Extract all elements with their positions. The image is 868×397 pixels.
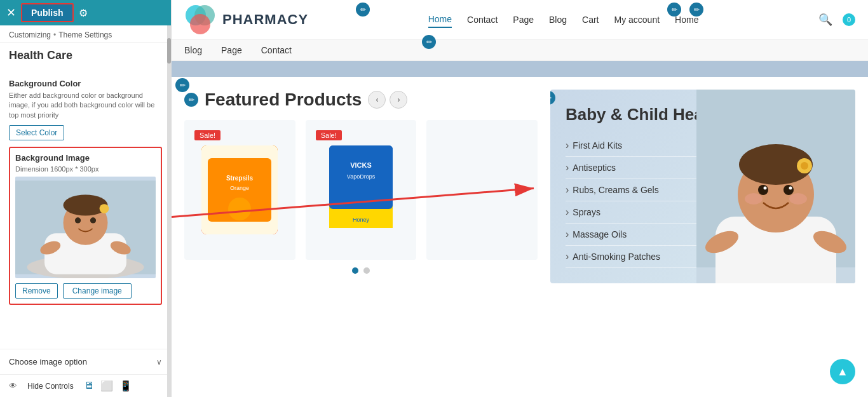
edit-icon-nav1[interactable]: ✏ bbox=[667, 3, 681, 17]
subnav-page[interactable]: Page bbox=[221, 45, 242, 55]
sale-badge-1: Sale! bbox=[194, 130, 220, 140]
product-card-3[interactable] bbox=[426, 120, 538, 260]
svg-text:Orange: Orange bbox=[230, 185, 249, 191]
svg-point-4 bbox=[64, 195, 108, 216]
panel-header: ✕ Publish ⚙ bbox=[0, 0, 171, 25]
image-actions: Remove Change image bbox=[15, 283, 156, 299]
site-subnav: Blog Page Contact bbox=[172, 40, 868, 61]
hide-controls-label: Hide Controls bbox=[27, 382, 74, 391]
svg-point-29 bbox=[783, 185, 794, 195]
nav-cart[interactable]: Cart bbox=[582, 12, 599, 27]
nav-blog[interactable]: Blog bbox=[549, 12, 567, 27]
view-icons: 🖥 ⬜ 📱 bbox=[84, 380, 132, 392]
baby-bg-image bbox=[696, 90, 855, 283]
edit-icon-title[interactable]: ✏ bbox=[184, 93, 198, 107]
svg-text:VICKS: VICKS bbox=[350, 161, 372, 169]
breadcrumb-part2: Theme Settings bbox=[58, 30, 112, 39]
svg-text:VapoDrops: VapoDrops bbox=[347, 173, 376, 180]
blue-banner bbox=[172, 61, 868, 77]
svg-point-32 bbox=[745, 193, 763, 205]
choose-image-label: Choose image option bbox=[9, 357, 87, 367]
bg-image-dimension: Dimension 1600px * 300px bbox=[15, 165, 156, 173]
publish-button[interactable]: Publish bbox=[21, 3, 74, 22]
bg-color-desc: Either add background color or backgroun… bbox=[9, 91, 162, 120]
logo-text: PHARMACY bbox=[222, 11, 308, 28]
baby-section: ✏ Baby & Child Health First Aid Kits Ant… bbox=[550, 90, 855, 283]
main-nav: Home Contact Page Blog Cart My account H… bbox=[308, 11, 818, 28]
subnav-contact[interactable]: Contact bbox=[261, 45, 292, 55]
pagination-dots bbox=[184, 267, 538, 274]
svg-point-30 bbox=[764, 187, 767, 190]
site-preview: ✏ ✏ ✏ ✏ PHARMACY Home Contact Page Blog … bbox=[172, 0, 868, 397]
site-header: ✏ ✏ ✏ ✏ PHARMACY Home Contact Page Blog … bbox=[172, 0, 868, 40]
logo-area: PHARMACY bbox=[184, 4, 308, 36]
logo-svg bbox=[184, 4, 216, 36]
nav-contact[interactable]: Contact bbox=[467, 12, 498, 27]
svg-point-5 bbox=[75, 218, 81, 224]
chevron-down-icon: ∨ bbox=[156, 358, 162, 367]
breadcrumb: Customizing • Theme Settings bbox=[0, 25, 171, 43]
nav-page[interactable]: Page bbox=[513, 12, 534, 27]
panel-title: Health Care bbox=[0, 43, 171, 66]
panel-header-left: ✕ Publish ⚙ bbox=[6, 3, 88, 22]
cart-badge[interactable]: 0 bbox=[843, 13, 855, 26]
search-icon[interactable]: 🔍 bbox=[818, 13, 832, 27]
product-card-1[interactable]: Sale! Strepsils Orange bbox=[184, 120, 295, 260]
svg-point-28 bbox=[758, 185, 768, 195]
edit-icon-featured[interactable]: ✏ bbox=[175, 78, 189, 92]
change-image-button[interactable]: Change image bbox=[63, 283, 132, 299]
dot-2[interactable] bbox=[363, 267, 370, 274]
panel-footer: 👁 Hide Controls 🖥 ⬜ 📱 bbox=[0, 374, 171, 397]
bg-color-label: Background Color bbox=[9, 79, 162, 88]
panel-body: Background Color Either add background c… bbox=[0, 66, 171, 345]
scroll-thumb bbox=[167, 38, 171, 64]
svg-point-12 bbox=[190, 14, 210, 34]
svg-text:Strepsils: Strepsils bbox=[226, 175, 254, 182]
scrollbar[interactable] bbox=[167, 25, 171, 397]
nav-right: 🔍 0 bbox=[818, 13, 855, 27]
subnav-blog[interactable]: Blog bbox=[184, 45, 202, 55]
products-grid: Sale! Strepsils Orange bbox=[184, 120, 538, 260]
eye-icon: 👁 bbox=[9, 381, 17, 391]
bg-image-label: Background Image bbox=[15, 153, 156, 163]
breadcrumb-separator: • bbox=[53, 30, 56, 39]
nav-home[interactable]: Home bbox=[428, 11, 452, 28]
prev-arrow[interactable]: ‹ bbox=[368, 91, 386, 109]
product-nav-arrows: ‹ › bbox=[368, 91, 407, 109]
svg-text:Honey: Honey bbox=[353, 217, 370, 223]
featured-title-row: ✏ Featured Products ‹ › bbox=[184, 90, 538, 110]
baby-section-image bbox=[696, 90, 855, 283]
site-main: ✏ ✏ Featured Products ‹ › Sale! bbox=[172, 77, 868, 296]
background-image-box: Background Image Dimension 1600px * 300p… bbox=[9, 147, 162, 305]
svg-point-31 bbox=[789, 187, 792, 190]
desktop-view-icon[interactable]: 🖥 bbox=[84, 380, 94, 392]
featured-section: ✏ Featured Products ‹ › Sale! bbox=[184, 90, 538, 283]
bg-image-preview bbox=[15, 177, 156, 278]
mobile-view-icon[interactable]: 📱 bbox=[119, 380, 132, 392]
strepsils-image: Strepsils Orange bbox=[201, 145, 278, 234]
sale-badge-2: Sale! bbox=[316, 130, 342, 140]
select-color-button[interactable]: Select Color bbox=[9, 125, 64, 140]
edit-icon-baby[interactable]: ✏ bbox=[550, 91, 555, 105]
nav-myaccount[interactable]: My account bbox=[614, 12, 660, 27]
baby-image-svg bbox=[15, 177, 156, 278]
product-card-2[interactable]: Sale! VICKS VapoDrops Honey bbox=[306, 120, 417, 260]
featured-title: Featured Products bbox=[205, 90, 362, 110]
scroll-top-button[interactable]: ▲ bbox=[830, 359, 855, 384]
choose-image-option[interactable]: Choose image option ∨ bbox=[0, 349, 171, 374]
edit-icon-subnav[interactable]: ✏ bbox=[422, 35, 436, 49]
close-button[interactable]: ✕ bbox=[6, 6, 16, 20]
breadcrumb-part1: Customizing bbox=[9, 30, 51, 39]
gear-icon[interactable]: ⚙ bbox=[79, 7, 88, 19]
svg-point-33 bbox=[789, 193, 807, 205]
dot-1[interactable] bbox=[352, 267, 358, 274]
svg-point-6 bbox=[90, 218, 96, 224]
remove-button[interactable]: Remove bbox=[15, 283, 58, 299]
edit-icon-nav2[interactable]: ✏ bbox=[689, 3, 703, 17]
left-customizer-panel: ✕ Publish ⚙ Customizing • Theme Settings… bbox=[0, 0, 172, 397]
tablet-view-icon[interactable]: ⬜ bbox=[100, 380, 113, 392]
edit-icon-logo[interactable]: ✏ bbox=[356, 3, 370, 17]
next-arrow[interactable]: › bbox=[390, 91, 407, 109]
svg-point-9 bbox=[100, 204, 109, 213]
vicks-image: VICKS VapoDrops Honey bbox=[329, 145, 393, 228]
